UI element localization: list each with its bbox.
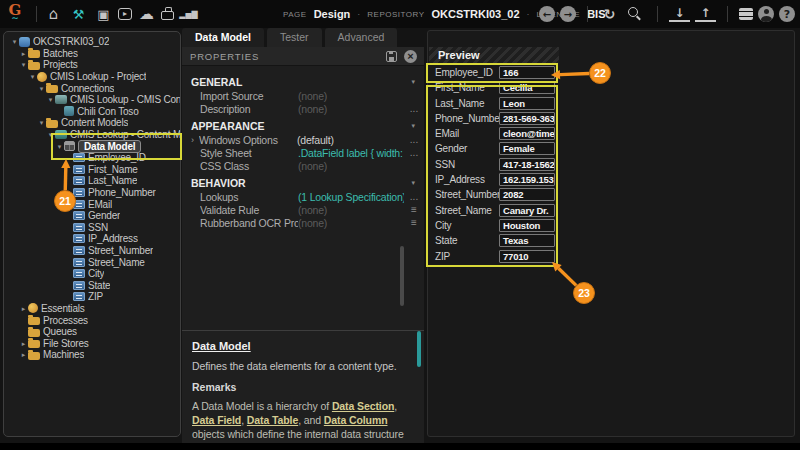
expander-icon[interactable]: ▾ bbox=[10, 38, 19, 45]
tab-advanced[interactable]: Advanced bbox=[325, 28, 398, 47]
field-value-input[interactable]: Canary Dr. bbox=[499, 204, 555, 217]
tree-item-queues[interactable]: Queues bbox=[4, 326, 180, 338]
cloud-button[interactable] bbox=[136, 5, 157, 23]
property-value[interactable]: (none) bbox=[298, 217, 404, 229]
section-header-general[interactable]: GENERAL▾ bbox=[182, 74, 424, 89]
help-button[interactable] bbox=[779, 6, 795, 22]
database-button[interactable] bbox=[739, 8, 753, 20]
ellipsis-button[interactable]: ... bbox=[404, 191, 424, 202]
account-button[interactable] bbox=[758, 6, 774, 22]
refresh-button[interactable] bbox=[599, 5, 620, 23]
field-value-input[interactable]: cleon@time.co bbox=[499, 127, 555, 140]
expander-icon[interactable]: ▸ bbox=[19, 340, 28, 347]
property-value[interactable]: (none) bbox=[298, 90, 404, 102]
doc-link-data-column[interactable]: Data Column bbox=[324, 414, 388, 426]
field-value-input[interactable]: 417-18-1562 bbox=[499, 158, 555, 171]
close-icon[interactable] bbox=[404, 50, 417, 63]
expander-icon[interactable]: ▾ bbox=[37, 119, 46, 126]
expander-icon[interactable]: › bbox=[191, 135, 199, 145]
case-button[interactable] bbox=[161, 11, 174, 20]
expander-icon[interactable]: ▸ bbox=[19, 351, 28, 358]
back-button[interactable] bbox=[539, 6, 555, 22]
field-value-input[interactable]: Houston bbox=[499, 219, 555, 232]
field-value-input[interactable]: Cecilia bbox=[499, 81, 555, 94]
tree-item-employee-id[interactable]: Employee_ID bbox=[4, 152, 180, 164]
repository-value[interactable]: OKCSTRKI03_02 bbox=[432, 8, 520, 20]
tree-item-cmis-lookup-content-model[interactable]: ▾CMIS Lookup - Content Model bbox=[4, 129, 180, 141]
home-button[interactable] bbox=[43, 5, 64, 23]
media-button[interactable] bbox=[118, 8, 132, 20]
doc-link-data-field[interactable]: Data Field bbox=[192, 414, 241, 426]
property-value[interactable]: (default) bbox=[297, 134, 404, 146]
tree-item-cmis-lookup-cmis-connection[interactable]: ▾CMIS Lookup - CMIS Connection bbox=[4, 94, 180, 106]
tree-item-ip-address[interactable]: IP_Address bbox=[4, 233, 180, 245]
section-header-behavior[interactable]: BEHAVIOR▾ bbox=[182, 175, 424, 190]
tree-item-projects[interactable]: ▾Projects bbox=[4, 59, 180, 71]
tree-item-last-name[interactable]: Last_Name bbox=[4, 175, 180, 187]
tree-item-ssn[interactable]: SSN bbox=[4, 222, 180, 234]
tree-item-machines[interactable]: ▸Machines bbox=[4, 349, 180, 361]
field-value-input[interactable]: 2082 bbox=[499, 188, 555, 201]
tree-item-okcstrki03-02[interactable]: ▾OKCSTRKI03_02 bbox=[4, 36, 180, 48]
properties-scrollbar-thumb[interactable] bbox=[400, 246, 404, 306]
expander-icon[interactable]: ▸ bbox=[19, 50, 28, 57]
tree-item-street-name[interactable]: Street_Name bbox=[4, 256, 180, 268]
tree-item-processes[interactable]: Processes bbox=[4, 314, 180, 326]
field-value-input[interactable]: 162.159.153.7 bbox=[499, 173, 555, 186]
tree-item-state[interactable]: State bbox=[4, 279, 180, 291]
tree-item-essentials[interactable]: ▸Essentials bbox=[4, 303, 180, 315]
property-value[interactable]: (none) bbox=[298, 103, 404, 115]
field-value-input[interactable]: Texas bbox=[499, 234, 555, 247]
chevron-down-icon[interactable]: ▾ bbox=[411, 78, 415, 86]
expander-icon[interactable]: ▾ bbox=[19, 61, 28, 68]
tree-item-connections[interactable]: ▾Connections bbox=[4, 82, 180, 94]
expander-icon[interactable]: ▾ bbox=[28, 73, 37, 80]
archive-button[interactable] bbox=[93, 5, 114, 23]
save-icon[interactable] bbox=[386, 51, 397, 62]
tree-item-batches[interactable]: ▸Batches bbox=[4, 48, 180, 60]
tree-item-email[interactable]: EMail bbox=[4, 198, 180, 210]
field-value-input[interactable]: Leon bbox=[499, 97, 555, 110]
doc-scrollbar-thumb[interactable] bbox=[417, 331, 421, 367]
property-value[interactable]: (none) bbox=[298, 204, 404, 216]
chevron-down-icon[interactable]: ▾ bbox=[411, 122, 415, 130]
tools-button[interactable] bbox=[68, 5, 89, 23]
ellipsis-button[interactable]: ... bbox=[404, 147, 424, 158]
expander-icon[interactable]: ▾ bbox=[46, 131, 55, 138]
tree-item-data-model[interactable]: ▾Data Model bbox=[4, 140, 180, 152]
tree-item-zip[interactable]: ZIP bbox=[4, 291, 180, 303]
expander-icon[interactable]: ▸ bbox=[19, 305, 28, 312]
ellipsis-button[interactable]: ... bbox=[404, 134, 424, 145]
tree-item-phone-number[interactable]: Phone_Number bbox=[4, 187, 180, 199]
menu-icon[interactable]: ≡ bbox=[404, 204, 424, 215]
ellipsis-button[interactable]: ... bbox=[404, 103, 424, 114]
tree-item-gender[interactable]: Gender bbox=[4, 210, 180, 222]
stats-button[interactable] bbox=[178, 5, 199, 23]
property-value[interactable]: (1 Lookup Specification) bbox=[298, 191, 404, 203]
field-value-input[interactable]: 281-569-3636 bbox=[499, 112, 555, 125]
property-value[interactable]: (none) bbox=[298, 160, 404, 172]
tree-item-cmis-lookup-project[interactable]: ▾CMIS Lookup - Project bbox=[4, 71, 180, 83]
download-button[interactable] bbox=[669, 7, 690, 22]
expander-icon[interactable]: ▾ bbox=[55, 143, 64, 150]
menu-icon[interactable]: ≡ bbox=[404, 217, 424, 228]
chevron-down-icon[interactable]: ▾ bbox=[411, 179, 415, 187]
expander-icon[interactable]: ▾ bbox=[37, 85, 46, 92]
search-button[interactable] bbox=[625, 5, 646, 23]
section-header-appearance[interactable]: APPEARANCE▾ bbox=[182, 118, 424, 133]
field-value-input[interactable]: 77010 bbox=[499, 250, 555, 263]
field-value-input[interactable]: Female bbox=[499, 142, 555, 155]
field-value-input[interactable]: 166 bbox=[499, 66, 555, 79]
tree-item-file-stores[interactable]: ▸File Stores bbox=[4, 337, 180, 349]
tree-item-chili-con-toso[interactable]: Chili Con Toso bbox=[4, 106, 180, 118]
forward-button[interactable] bbox=[560, 6, 576, 22]
tree-item-first-name[interactable]: First_Name bbox=[4, 164, 180, 176]
tab-data-model[interactable]: Data Model bbox=[182, 28, 264, 47]
tree-item-street-number[interactable]: Street_Number bbox=[4, 245, 180, 257]
tab-tester[interactable]: Tester bbox=[267, 28, 322, 47]
doc-link-data-section[interactable]: Data Section bbox=[332, 400, 394, 412]
upload-button[interactable] bbox=[695, 7, 716, 22]
property-value[interactable]: .DataField label { width: 12... bbox=[298, 147, 404, 159]
tree-item-city[interactable]: City bbox=[4, 268, 180, 280]
doc-link-data-table[interactable]: Data Table bbox=[247, 414, 298, 426]
